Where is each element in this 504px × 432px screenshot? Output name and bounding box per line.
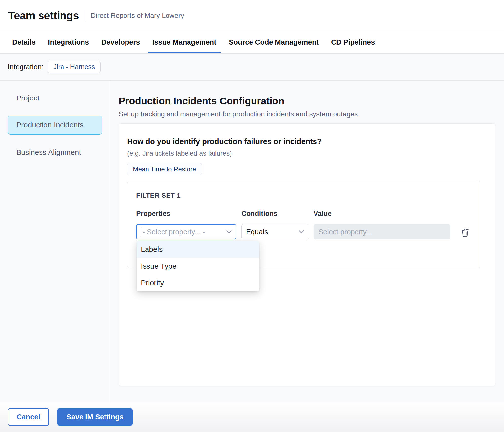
text-cursor <box>141 228 141 236</box>
sidebar-item-project[interactable]: Project <box>8 88 102 107</box>
trash-icon <box>460 227 470 237</box>
integration-row: Integration: Jira - Harness <box>0 54 504 81</box>
footer-action-bar: Cancel Save IM Settings <box>0 402 504 432</box>
tab-developers[interactable]: Developers <box>101 31 140 53</box>
tab-integrations[interactable]: Integrations <box>48 31 89 53</box>
property-select-placeholder: - Select property... - <box>141 228 205 236</box>
settings-sidebar: Project Production Incidents Business Al… <box>0 81 110 401</box>
dropdown-option-priority[interactable]: Priority <box>137 275 259 291</box>
filter-set-panel: FILTER SET 1 Properties - Select propert… <box>127 181 480 268</box>
value-input[interactable] <box>314 224 450 239</box>
sidebar-item-business-alignment[interactable]: Business Alignment <box>8 143 102 162</box>
condition-select-value: Equals <box>246 228 268 236</box>
dropdown-option-labels[interactable]: Labels <box>137 241 259 258</box>
page-header: Team settings Direct Reports of Mary Low… <box>0 0 504 31</box>
integration-label: Integration: <box>8 63 43 71</box>
section-subtitle: Set up tracking and management for produ… <box>119 110 504 118</box>
page-title: Team settings <box>8 9 79 22</box>
tab-source-code-management[interactable]: Source Code Management <box>229 31 319 53</box>
title-divider <box>85 10 85 21</box>
dropdown-option-issue-type[interactable]: Issue Type <box>137 258 259 275</box>
delete-filter-button[interactable] <box>459 226 471 238</box>
tab-details[interactable]: Details <box>12 31 36 53</box>
settings-tab-bar: Details Integrations Developers Issue Ma… <box>0 31 504 54</box>
team-name-subtitle: Direct Reports of Mary Lowery <box>91 12 184 20</box>
cancel-button[interactable]: Cancel <box>8 408 49 426</box>
value-column-label: Value <box>314 209 450 218</box>
chevron-down-icon <box>298 230 304 234</box>
question-hint: (e.g. Jira tickets labeled as failures) <box>127 149 487 157</box>
main-panel: Production Incidents Configuration Set u… <box>110 81 504 401</box>
properties-column-label: Properties <box>136 209 236 218</box>
tab-cd-pipelines[interactable]: CD Pipelines <box>331 31 375 53</box>
condition-select[interactable]: Equals <box>241 224 309 239</box>
sidebar-item-production-incidents[interactable]: Production Incidents <box>8 116 102 135</box>
content-area: Integration: Jira - Harness Project Prod… <box>0 54 504 402</box>
chevron-down-icon <box>226 230 232 234</box>
section-title: Production Incidents Configuration <box>119 95 504 107</box>
filter-set-title: FILTER SET 1 <box>136 192 471 199</box>
question-heading: How do you identify production failures … <box>127 137 487 146</box>
integration-chip-jira-harness[interactable]: Jira - Harness <box>48 61 101 73</box>
tab-issue-management[interactable]: Issue Management <box>152 31 216 53</box>
incidents-config-card: How do you identify production failures … <box>119 123 495 386</box>
mean-time-to-restore-chip[interactable]: Mean Time to Restore <box>127 163 202 175</box>
conditions-column-label: Conditions <box>241 209 309 218</box>
property-select[interactable]: - Select property... - <box>136 224 236 239</box>
property-dropdown: Labels Issue Type Priority <box>137 241 259 291</box>
save-im-settings-button[interactable]: Save IM Settings <box>57 408 133 426</box>
